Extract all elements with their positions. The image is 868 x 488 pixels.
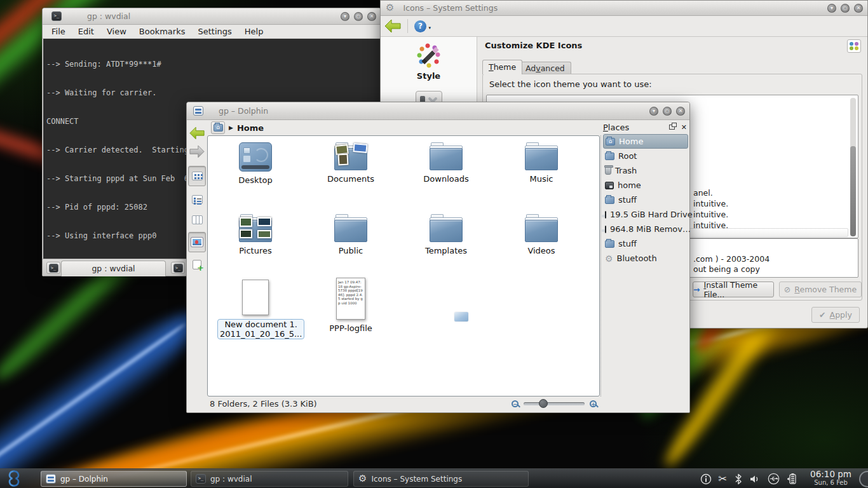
close-button[interactable]: ✕ <box>854 4 863 13</box>
konsole-titlebar[interactable]: >_ gp : wvdial ▾ ○ ✕ <box>43 8 381 25</box>
volume-icon[interactable] <box>750 474 761 484</box>
places-item-root[interactable]: Root <box>603 149 688 163</box>
menu-help[interactable]: Help <box>238 25 270 37</box>
places-item-bluetooth[interactable]: ⚙Bluetooth <box>603 251 688 266</box>
maximize-button[interactable]: ○ <box>841 4 850 13</box>
zoom-control: − + <box>512 400 597 407</box>
terminal-tab[interactable]: gp : wvdial <box>61 261 166 276</box>
float-panel-icon[interactable] <box>669 125 675 130</box>
folder-item[interactable]: Desktop <box>217 142 294 185</box>
menu-settings[interactable]: Settings <box>191 25 238 37</box>
info-icon[interactable] <box>700 473 712 485</box>
maximize-button[interactable]: ○ <box>663 107 672 116</box>
places-item-stuff[interactable]: stuff <box>603 193 688 207</box>
menu-file[interactable]: File <box>45 25 72 37</box>
maximize-button[interactable]: ○ <box>354 12 363 21</box>
help-button[interactable]: ?▾ <box>414 20 426 32</box>
dolphin-statusbar: 8 Folders, 2 Files (3.3 KiB) − + <box>187 396 689 412</box>
digital-clock[interactable]: 06:10 pm Sun, 6 Feb <box>810 470 851 487</box>
zoom-slider-handle[interactable] <box>539 399 548 408</box>
theme-list-item[interactable]: anel. <box>693 188 713 198</box>
panel-cashew-icon[interactable] <box>859 471 868 487</box>
close-button[interactable]: ✕ <box>367 12 376 21</box>
places-title: Places <box>603 123 669 132</box>
places-item-stuff2[interactable]: stuff <box>603 236 688 251</box>
panel-splitter[interactable] <box>600 135 601 396</box>
breadcrumb-home-label[interactable]: Home <box>237 123 264 133</box>
zoom-in-icon[interactable]: + <box>590 400 597 407</box>
folder-item[interactable]: Documents <box>313 142 389 184</box>
overview-button[interactable] <box>847 39 861 53</box>
dolphin-titlebar[interactable]: gp – Dolphin ▾ ○ ✕ <box>187 102 689 120</box>
details-view-icon <box>192 195 203 204</box>
file-item[interactable]: Jan 17 09:47:18 gp-Aspire-5738 pppd[1946… <box>313 278 389 333</box>
columns-view-button[interactable] <box>189 210 205 229</box>
folder-item[interactable]: Templates <box>408 214 484 255</box>
theme-list-item[interactable]: intuitive. <box>693 199 728 208</box>
places-item-trash[interactable]: Trash <box>603 163 688 178</box>
close-panel-icon[interactable]: ✕ <box>681 123 687 132</box>
templates-folder-icon <box>430 214 463 242</box>
folder-icon <box>605 196 614 204</box>
places-item-removable[interactable]: 964.8 MiB Remov… <box>603 222 688 236</box>
minimize-button[interactable]: ▾ <box>827 4 836 13</box>
selected-file-label: New document 1.2011_01_20_16_5... <box>217 319 304 339</box>
system-settings-titlebar[interactable]: ⚙ Icons – System Settings ▾ ○ ✕ <box>381 1 867 16</box>
terminal-icon: >_ <box>196 474 206 484</box>
breadcrumb-home-button[interactable] <box>211 121 225 134</box>
system-settings-title: Icons – System Settings <box>403 3 498 13</box>
sidebar-item-style[interactable]: Style <box>381 42 477 81</box>
scrollbar-thumb[interactable] <box>850 146 856 236</box>
application-launcher-button[interactable] <box>5 470 23 487</box>
forward-button[interactable] <box>189 143 205 159</box>
file-item-selected[interactable]: New document 1.2011_01_20_16_5... <box>217 280 294 339</box>
folder-view[interactable]: Desktop Documents Downloads Music <box>207 135 600 396</box>
icons-view-button[interactable] <box>188 166 206 186</box>
taskbar-task-dolphin[interactable]: gp – Dolphin <box>41 471 187 487</box>
battery-icon[interactable] <box>787 473 797 485</box>
menu-view[interactable]: View <box>100 25 133 37</box>
menu-bookmarks[interactable]: Bookmarks <box>133 25 192 37</box>
tab-theme[interactable]: Theme <box>482 60 522 74</box>
minimize-button[interactable]: ▾ <box>649 107 658 116</box>
new-tab-button[interactable]: >_ <box>46 262 60 274</box>
install-arrow-icon: → <box>693 285 700 294</box>
folder-item[interactable]: Downloads <box>408 142 484 184</box>
places-item-home[interactable]: Home <box>603 134 688 149</box>
folder-item[interactable]: Public <box>313 214 389 255</box>
stray-thumbnail <box>454 312 468 322</box>
konsole-menubar: File Edit View Bookmarks Settings Help <box>43 25 381 39</box>
usb-device-icon[interactable] <box>768 473 780 485</box>
places-item-harddrive[interactable]: 19.5 GiB Hard Drive <box>603 207 688 222</box>
system-tray: ✂ <box>700 469 797 488</box>
bluetooth-icon[interactable] <box>734 473 743 485</box>
taskbar-task-system-settings[interactable]: ⚙ Icons – System Settings <box>353 471 529 487</box>
columns-view-icon <box>192 215 203 224</box>
minimize-button[interactable]: ▾ <box>341 12 349 21</box>
back-button[interactable] <box>189 124 205 142</box>
close-button[interactable]: ✕ <box>676 107 685 116</box>
back-arrow-icon <box>384 19 401 33</box>
dolphin-toolbar <box>187 120 207 396</box>
menu-edit[interactable]: Edit <box>72 25 100 37</box>
remove-theme-button[interactable]: ⊘ Remove Theme <box>779 281 862 297</box>
zoom-slider[interactable] <box>524 402 585 405</box>
clipboard-scissors-icon[interactable]: ✂ <box>719 473 727 485</box>
tab-advanced[interactable]: Advanced <box>519 62 571 74</box>
folder-item[interactable]: Pictures <box>217 214 294 255</box>
folder-item[interactable]: Videos <box>503 214 580 255</box>
split-view-button[interactable] <box>189 256 205 273</box>
tab-list-button[interactable]: >_ <box>171 262 185 274</box>
scrollbar[interactable] <box>850 98 856 235</box>
details-view-button[interactable] <box>189 190 205 209</box>
folder-item[interactable]: Music <box>503 142 580 184</box>
preview-toggle-button[interactable] <box>188 232 206 252</box>
install-theme-button[interactable]: → Install Theme File... <box>693 281 774 297</box>
theme-list-item[interactable]: intuitive. <box>693 210 728 219</box>
zoom-out-icon[interactable]: − <box>512 400 519 407</box>
back-button[interactable] <box>384 19 401 33</box>
apply-button[interactable]: ✔ Apply <box>811 307 860 323</box>
taskbar: gp – Dolphin >_ gp : wvdial ⚙ Icons – Sy… <box>0 468 868 488</box>
taskbar-task-konsole[interactable]: >_ gp : wvdial <box>191 471 348 487</box>
places-item-home-device[interactable]: home <box>603 178 688 193</box>
